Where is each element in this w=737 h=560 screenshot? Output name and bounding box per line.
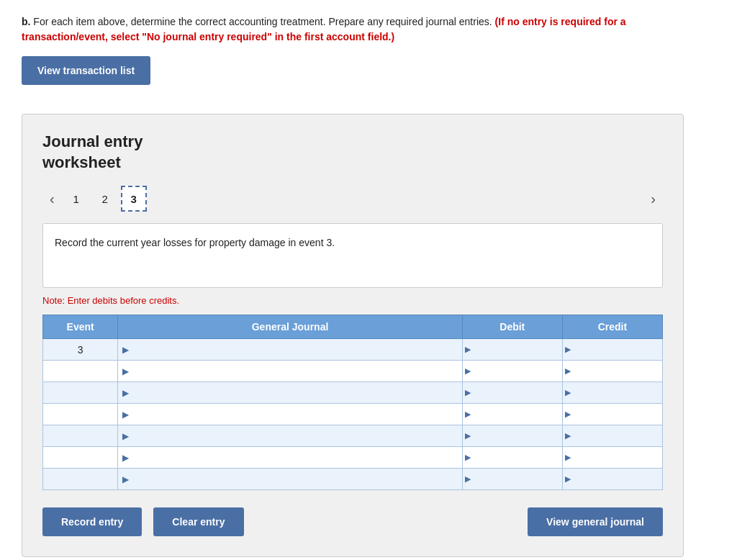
general-journal-input[interactable]	[130, 361, 461, 381]
debit-cell[interactable]: ▶	[462, 339, 562, 361]
general-journal-cell[interactable]: ▶	[118, 447, 462, 469]
event-cell	[43, 447, 118, 469]
debit-cell[interactable]: ▶	[462, 382, 562, 404]
journal-table: Event General Journal Debit Credit 3▶▶▶▶…	[42, 315, 663, 490]
event-cell	[43, 361, 118, 382]
gj-arrow-icon: ▶	[119, 388, 129, 398]
page-3-active[interactable]: 3	[121, 186, 147, 212]
gj-arrow-icon: ▶	[119, 410, 129, 420]
pagination-row: ‹ 1 2 3 ›	[42, 186, 663, 212]
credit-cell[interactable]: ▶	[562, 404, 662, 425]
clear-entry-button[interactable]: Clear entry	[153, 507, 243, 536]
main-instruction-text: For each item above, determine the corre…	[33, 16, 492, 27]
credit-input[interactable]	[571, 426, 662, 446]
table-header-row: Event General Journal Debit Credit	[43, 315, 663, 339]
debit-input[interactable]	[471, 340, 562, 360]
page-1[interactable]: 1	[63, 186, 89, 212]
record-entry-button[interactable]: Record entry	[42, 507, 142, 536]
debit-arrow-icon: ▶	[463, 366, 471, 376]
credit-arrow-icon: ▶	[563, 345, 571, 354]
col-credit: Credit	[562, 315, 662, 339]
next-page-button[interactable]: ›	[643, 188, 663, 210]
gj-arrow-icon: ▶	[119, 345, 129, 355]
general-journal-cell[interactable]: ▶	[118, 361, 462, 382]
general-journal-input[interactable]	[130, 383, 461, 403]
gj-arrow-icon: ▶	[119, 474, 129, 484]
worksheet-container: Journal entry worksheet ‹ 1 2 3 › Record…	[22, 114, 684, 557]
note-text: Note: Enter debits before credits.	[42, 295, 663, 306]
view-general-journal-button[interactable]: View general journal	[528, 507, 663, 536]
debit-arrow-icon: ▶	[463, 410, 471, 419]
general-journal-input[interactable]	[130, 426, 461, 446]
instruction-section: b. For each item above, determine the co…	[22, 14, 684, 99]
event-cell	[43, 382, 118, 404]
debit-cell[interactable]: ▶	[462, 361, 562, 382]
debit-input[interactable]	[471, 405, 562, 425]
credit-input[interactable]	[571, 448, 662, 468]
label-b: b.	[22, 16, 30, 27]
credit-arrow-icon: ▶	[563, 410, 571, 419]
credit-input[interactable]	[571, 469, 662, 489]
table-row: ▶▶▶	[43, 361, 663, 382]
credit-cell[interactable]: ▶	[562, 425, 662, 447]
credit-arrow-icon: ▶	[563, 388, 571, 397]
event-cell	[43, 404, 118, 425]
credit-input[interactable]	[571, 383, 662, 403]
gj-arrow-icon: ▶	[119, 431, 129, 441]
credit-cell[interactable]: ▶	[562, 339, 662, 361]
general-journal-cell[interactable]: ▶	[118, 469, 462, 490]
general-journal-cell[interactable]: ▶	[118, 382, 462, 404]
debit-arrow-icon: ▶	[463, 388, 471, 397]
credit-cell[interactable]: ▶	[562, 469, 662, 490]
instruction-text: b. For each item above, determine the co…	[22, 14, 684, 45]
credit-input[interactable]	[571, 340, 662, 360]
gj-arrow-icon: ▶	[119, 366, 129, 376]
event-description-box: Record the current year losses for prope…	[42, 223, 663, 288]
gj-arrow-icon: ▶	[119, 453, 129, 463]
general-journal-input[interactable]	[130, 340, 461, 360]
table-row: ▶▶▶	[43, 447, 663, 469]
debit-input[interactable]	[471, 361, 562, 381]
buttons-row: Record entry Clear entry View general jo…	[42, 507, 663, 536]
general-journal-input[interactable]	[130, 448, 461, 468]
general-journal-cell[interactable]: ▶	[118, 339, 462, 361]
page-2[interactable]: 2	[92, 186, 118, 212]
prev-page-button[interactable]: ‹	[42, 188, 62, 210]
credit-cell[interactable]: ▶	[562, 361, 662, 382]
event-cell: 3	[43, 339, 118, 361]
general-journal-input[interactable]	[130, 405, 461, 425]
debit-input[interactable]	[471, 469, 562, 489]
debit-cell[interactable]: ▶	[462, 447, 562, 469]
table-row: ▶▶▶	[43, 382, 663, 404]
general-journal-cell[interactable]: ▶	[118, 404, 462, 425]
view-transaction-button[interactable]: View transaction list	[22, 56, 150, 85]
credit-arrow-icon: ▶	[563, 366, 571, 376]
debit-cell[interactable]: ▶	[462, 425, 562, 447]
credit-input[interactable]	[571, 361, 662, 381]
credit-arrow-icon: ▶	[563, 453, 571, 462]
table-row: ▶▶▶	[43, 404, 663, 425]
debit-input[interactable]	[471, 426, 562, 446]
debit-arrow-icon: ▶	[463, 345, 471, 354]
credit-arrow-icon: ▶	[563, 474, 571, 484]
event-description-text: Record the current year losses for prope…	[55, 237, 335, 248]
debit-input[interactable]	[471, 448, 562, 468]
credit-cell[interactable]: ▶	[562, 447, 662, 469]
debit-input[interactable]	[471, 383, 562, 403]
credit-arrow-icon: ▶	[563, 431, 571, 441]
table-row: 3▶▶▶	[43, 339, 663, 361]
debit-arrow-icon: ▶	[463, 453, 471, 462]
debit-cell[interactable]: ▶	[462, 469, 562, 490]
debit-arrow-icon: ▶	[463, 431, 471, 441]
debit-arrow-icon: ▶	[463, 474, 471, 484]
worksheet-title: Journal entry worksheet	[42, 132, 663, 173]
credit-cell[interactable]: ▶	[562, 382, 662, 404]
event-cell	[43, 425, 118, 447]
general-journal-input[interactable]	[130, 469, 461, 489]
debit-cell[interactable]: ▶	[462, 404, 562, 425]
credit-input[interactable]	[571, 405, 662, 425]
general-journal-cell[interactable]: ▶	[118, 425, 462, 447]
event-cell	[43, 469, 118, 490]
table-row: ▶▶▶	[43, 469, 663, 490]
col-general-journal: General Journal	[118, 315, 462, 339]
